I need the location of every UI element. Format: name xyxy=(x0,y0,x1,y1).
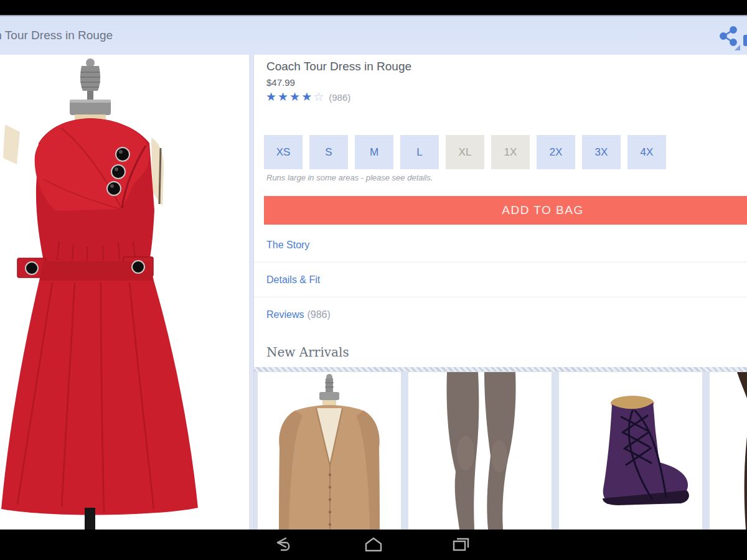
app-bar-title: Coach Tour Dress in Rouge xyxy=(0,29,113,42)
back-icon[interactable] xyxy=(273,536,294,553)
share-icon[interactable] xyxy=(718,25,740,47)
size-button-2x[interactable]: 2X xyxy=(537,135,575,169)
new-arrivals-section xyxy=(254,367,747,530)
red-dress-illustration xyxy=(0,55,249,530)
star-filled-icon: ★ xyxy=(278,90,289,103)
product-title: Coach Tour Dress in Rouge xyxy=(266,60,411,73)
section-torn-edge xyxy=(254,367,747,371)
size-button-m[interactable]: M xyxy=(355,135,393,169)
pane-divider xyxy=(249,55,254,530)
gray-tights-thumb xyxy=(408,372,552,530)
arrival-card-tights[interactable] xyxy=(408,372,552,530)
size-button-xs[interactable]: XS xyxy=(264,135,303,169)
reviews-count: (986) xyxy=(307,309,330,320)
share-history-corner-icon xyxy=(735,45,740,50)
arrival-card-partial[interactable] xyxy=(710,372,747,530)
link-reviews[interactable]: Reviews(986) xyxy=(254,297,747,332)
product-price: $47.99 xyxy=(266,77,295,88)
home-icon[interactable] xyxy=(363,536,384,553)
star-empty-icon: ☆ xyxy=(313,90,325,103)
size-button-3x[interactable]: 3X xyxy=(582,135,621,169)
size-button-l[interactable]: L xyxy=(400,135,439,169)
product-image[interactable] xyxy=(0,55,249,530)
arrival-card-cardigan[interactable] xyxy=(258,372,401,530)
tan-cardigan-thumb xyxy=(258,372,401,530)
size-selector: XSSMLXL1X2X3X4X xyxy=(264,135,673,169)
status-bar xyxy=(0,0,747,15)
cropped-action-icon xyxy=(743,35,747,46)
fit-note: Runs large in some areas - please see de… xyxy=(266,173,433,182)
star-filled-icon: ★ xyxy=(266,90,278,103)
product-detail-panel: Coach Tour Dress in Rouge $47.99 ★★★★☆(9… xyxy=(254,55,747,530)
review-count: (986) xyxy=(329,92,350,103)
app-bar: Coach Tour Dress in Rouge xyxy=(0,15,747,55)
recents-icon[interactable] xyxy=(450,536,471,553)
android-nav-bar xyxy=(0,530,747,560)
size-button-4x[interactable]: 4X xyxy=(627,135,666,169)
star-filled-icon: ★ xyxy=(301,90,313,103)
star-rating: ★★★★☆(986) xyxy=(266,90,350,104)
star-filled-icon: ★ xyxy=(289,90,301,103)
purple-boot-thumb xyxy=(559,372,702,530)
link-the-story[interactable]: The Story xyxy=(254,228,747,263)
arrival-card-boot[interactable] xyxy=(559,372,702,530)
size-button-1x: 1X xyxy=(491,135,530,169)
size-button-s[interactable]: S xyxy=(309,135,348,169)
size-button-xl: XL xyxy=(446,135,484,169)
link-details-fit[interactable]: Details & Fit xyxy=(254,263,747,297)
detail-links: The Story Details & Fit Reviews(986) xyxy=(254,228,747,332)
new-arrivals-heading: New Arrivals xyxy=(266,345,349,360)
add-to-bag-button[interactable]: ADD TO BAG xyxy=(264,196,747,225)
dark-item-thumb xyxy=(710,372,747,530)
